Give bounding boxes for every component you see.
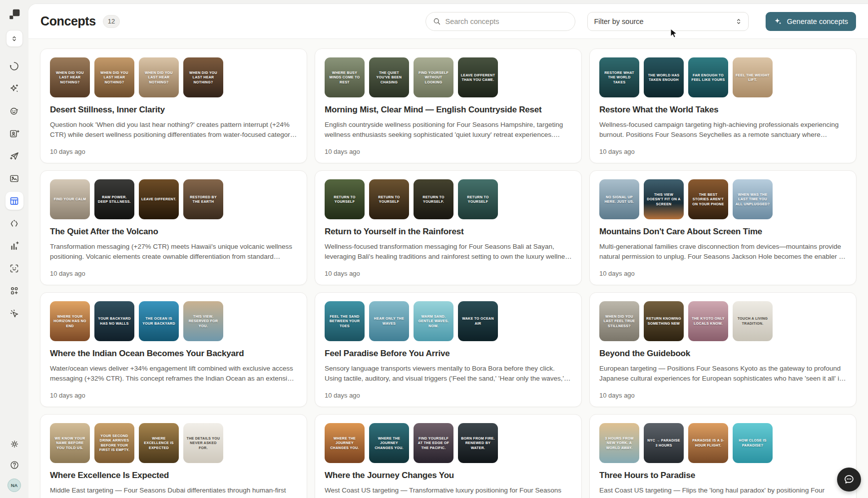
concept-thumbnail[interactable]: WHEN DID YOU LAST HEAR NOTHING? xyxy=(50,57,90,97)
concept-thumbnail[interactable]: WHEN WAS THE LAST TIME YOU ALL UNPLUGGED… xyxy=(733,179,773,219)
thumbnail-caption: RETURN KNOWING SOMETHING NEW xyxy=(644,314,684,328)
concept-card[interactable]: FEEL THE SAND BETWEEN YOUR TOESHEAR ONLY… xyxy=(315,292,582,407)
concept-thumbnail[interactable]: RETURN TO YOURSELF xyxy=(458,179,498,219)
concept-thumbnail[interactable]: THE QUIET YOU'VE BEEN CHASING xyxy=(369,57,409,97)
sidebar-item-face-scan[interactable] xyxy=(5,259,23,277)
help-circle-icon xyxy=(9,460,19,470)
concept-card[interactable]: We know your name before you told us.You… xyxy=(40,414,307,498)
thumbnail-caption: How Close is Paradise? xyxy=(733,436,773,450)
thumbnail-caption: WHEN DID YOU LAST HEAR NOTHING? xyxy=(50,68,90,87)
thumbnail-caption: WARM SAND. GENTLE WAVES. NOW. xyxy=(414,312,453,331)
concept-thumbnail[interactable]: WAKE TO OCEAN AIR xyxy=(458,301,498,341)
concept-thumbnail[interactable]: WHEN DID YOU LAST HEAR NOTHING? xyxy=(94,57,134,97)
concept-thumbnail[interactable]: YOUR BACKYARD HAS NO WALLS xyxy=(94,301,134,341)
concept-thumbnail[interactable]: The details you never asked for. xyxy=(183,423,223,463)
thumbnail-caption: FIND YOURSELF AT THE EDGE OF THE PACIFIC… xyxy=(414,434,453,453)
concept-thumbnail[interactable]: WHEN DID YOU LAST HEAR NOTHING? xyxy=(183,57,223,97)
sidebar-item-history[interactable] xyxy=(5,57,23,75)
concepts-grid: WHEN DID YOU LAST HEAR NOTHING?WHEN DID … xyxy=(40,48,857,498)
concept-thumbnail[interactable]: LEAVE DIFFERENT THAN YOU CAME. xyxy=(458,57,498,97)
concept-thumbnail[interactable]: RETURN KNOWING SOMETHING NEW xyxy=(644,301,684,341)
concept-thumbnail[interactable]: BORN FROM FIRE. RENEWED BY WATER. xyxy=(458,423,498,463)
user-avatar[interactable]: NA xyxy=(7,479,21,492)
concept-thumbnail[interactable]: PARADISE IS A 3-HOUR FLIGHT. xyxy=(688,423,728,463)
concept-title: Where Excellence Is Expected xyxy=(50,471,297,481)
concept-thumbnail[interactable]: FEEL THE SAND BETWEEN YOUR TOES xyxy=(325,301,365,341)
concept-thumbnail[interactable]: WHERE YOUR HORIZON HAS NO END xyxy=(50,301,90,341)
filter-by-source-select[interactable]: Filter by source xyxy=(587,12,749,31)
concept-card[interactable]: RESTORE WHAT THE WORLD TAKESTHE WORLD HA… xyxy=(589,48,857,163)
concept-description: Transformation messaging (+27% CTR) meet… xyxy=(50,242,297,262)
concept-card[interactable]: RETURN TO YOURSELFRETURN TO YOURSELFRETU… xyxy=(315,170,582,285)
concept-thumbnail[interactable]: Touch a living tradition. xyxy=(733,301,773,341)
concept-thumbnail[interactable]: THE WORLD HAS TAKEN ENOUGH xyxy=(644,57,684,97)
concept-card[interactable]: FIND YOUR CALMRAW POWER. DEEP STILLNESS.… xyxy=(40,170,307,285)
concept-thumbnail[interactable]: WHERE THE JOURNEY CHANGES YOU. xyxy=(369,423,409,463)
sidebar-item-sparkles[interactable] xyxy=(5,79,23,97)
sidebar-item-prompts[interactable] xyxy=(5,214,23,232)
settings-button[interactable] xyxy=(7,437,22,452)
concept-thumbnail[interactable]: We know your name before you told us. xyxy=(50,423,90,463)
concept-thumbnail[interactable]: WHEN DID YOU LAST HEAR NOTHING? xyxy=(139,57,179,97)
concept-thumbnail[interactable]: FIND YOUR CALM xyxy=(50,179,90,219)
sidebar-item-media[interactable] xyxy=(5,169,23,187)
filter-select-value: Filter by source xyxy=(594,17,643,25)
concept-thumbnail[interactable]: RETURN TO YOURSELF. xyxy=(414,179,453,219)
concept-thumbnail[interactable]: WHEN DID YOU LAST FEEL TRUE STILLNESS? xyxy=(599,301,639,341)
concept-thumbnail[interactable]: RAW POWER. DEEP STILLNESS. xyxy=(94,179,134,219)
concept-thumbnail[interactable]: THE BEST STORIES AREN'T ON YOUR PHONE xyxy=(688,179,728,219)
concept-thumbnail[interactable]: 3 HOURS FROM NEW YORK. A WORLD AWAY. xyxy=(599,423,639,463)
concept-thumbnail[interactable]: RETURN TO YOURSELF xyxy=(325,179,365,219)
concept-thumbnail[interactable]: LEAVE DIFFERENT. xyxy=(139,179,179,219)
sidebar-item-send[interactable] xyxy=(5,147,23,165)
search-input[interactable] xyxy=(445,17,568,25)
concept-card[interactable]: NO SIGNAL UP HERE. JUST US.THIS VIEW DOE… xyxy=(589,170,857,285)
concept-title: Desert Stillness, Inner Clarity xyxy=(50,105,297,115)
generate-concepts-button[interactable]: Generate concepts xyxy=(766,12,856,31)
help-button[interactable] xyxy=(7,458,22,473)
concept-thumbnail[interactable]: NO SIGNAL UP HERE. JUST US. xyxy=(599,179,639,219)
sidebar-item-components[interactable] xyxy=(5,282,23,300)
sidebar-item-analytics[interactable] xyxy=(5,237,23,255)
thumbnail-row: WHERE THE JOURNEY CHANGES YOU.WHERE THE … xyxy=(325,423,572,463)
concept-thumbnail[interactable]: WHERE THE JOURNEY CHANGES YOU. xyxy=(325,423,365,463)
concept-thumbnail[interactable]: FIND YOURSELF WITHOUT LOOKING xyxy=(414,57,453,97)
concept-description: Water/ocean views deliver +34% engagemen… xyxy=(50,364,297,384)
search-box[interactable] xyxy=(426,12,575,31)
concept-thumbnail[interactable]: FIND YOURSELF AT THE EDGE OF THE PACIFIC… xyxy=(414,423,453,463)
concept-thumbnail[interactable]: NYC → PARADISE 3 HOURS xyxy=(644,423,684,463)
page-title: Concepts xyxy=(40,14,96,28)
chat-widget-button[interactable] xyxy=(837,468,861,492)
concept-card[interactable]: WHEN DID YOU LAST HEAR NOTHING?WHEN DID … xyxy=(40,48,307,163)
sparkles-icon xyxy=(9,83,19,94)
concept-thumbnail[interactable]: THIS VIEW. RESERVED FOR YOU. xyxy=(183,301,223,341)
concept-thumbnail[interactable]: WARM SAND. GENTLE WAVES. NOW. xyxy=(414,301,453,341)
sidebar-item-magic-cursor[interactable] xyxy=(5,304,23,322)
thumbnail-caption: WHEN DID YOU LAST FEEL TRUE STILLNESS? xyxy=(599,312,639,331)
concept-card[interactable]: 3 HOURS FROM NEW YORK. A WORLD AWAY.NYC … xyxy=(589,414,857,498)
concept-thumbnail[interactable]: WHERE EXCELLENCE IS EXPECTED xyxy=(139,423,179,463)
thumbnail-caption: WHERE THE JOURNEY CHANGES YOU. xyxy=(325,434,365,453)
concept-title: Mountains Don't Care About Screen Time xyxy=(599,227,847,237)
sidebar-item-concepts[interactable] xyxy=(5,192,23,210)
concept-card[interactable]: WHERE THE JOURNEY CHANGES YOU.WHERE THE … xyxy=(315,414,582,498)
concept-card[interactable]: WHERE YOUR HORIZON HAS NO ENDYOUR BACKYA… xyxy=(40,292,307,407)
concept-thumbnail[interactable]: Your second drink arrives before your fi… xyxy=(94,423,134,463)
concept-thumbnail[interactable]: RESTORED BY THE EARTH xyxy=(183,179,223,219)
workspace-switcher[interactable] xyxy=(6,30,23,47)
concept-thumbnail[interactable]: HEAR ONLY THE WAVES xyxy=(369,301,409,341)
concept-thumbnail[interactable]: THE KYOTO ONLY LOCALS KNOW. xyxy=(688,301,728,341)
concept-thumbnail[interactable]: How Close is Paradise? xyxy=(733,423,773,463)
concept-thumbnail[interactable]: FAR ENOUGH TO FEEL LIKE YOURS xyxy=(688,57,728,97)
concept-card[interactable]: WHEN DID YOU LAST FEEL TRUE STILLNESS?RE… xyxy=(589,292,857,407)
concept-thumbnail[interactable]: FEEL THE WEIGHT LIFT. xyxy=(733,57,773,97)
sidebar-item-contacts[interactable] xyxy=(5,124,23,142)
concept-thumbnail[interactable]: THIS VIEW DOESN'T FIT ON A SCREEN xyxy=(644,179,684,219)
concept-thumbnail[interactable]: RETURN TO YOURSELF xyxy=(369,179,409,219)
thumbnail-caption: THE KYOTO ONLY LOCALS KNOW. xyxy=(688,314,728,328)
concept-thumbnail[interactable]: THE OCEAN IS YOUR BACKYARD xyxy=(139,301,179,341)
concept-thumbnail[interactable]: WHERE BUSY MINDS COME TO REST xyxy=(325,57,365,97)
concept-thumbnail[interactable]: RESTORE WHAT THE WORLD TAKES xyxy=(599,57,639,97)
sidebar-item-audience[interactable] xyxy=(5,102,23,120)
concept-card[interactable]: WHERE BUSY MINDS COME TO RESTTHE QUIET Y… xyxy=(315,48,582,163)
